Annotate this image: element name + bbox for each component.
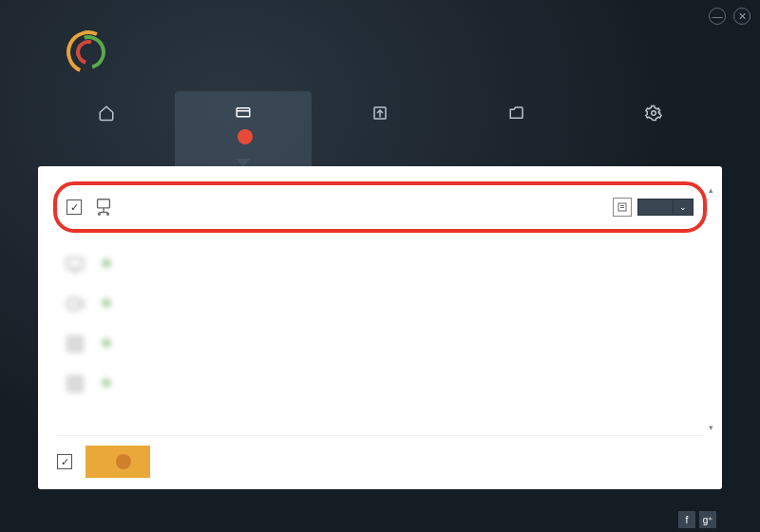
home-icon (97, 104, 116, 122)
nav-driver-updates[interactable] (175, 91, 312, 166)
select-all-checkbox[interactable]: ✓ (57, 454, 72, 469)
googleplus-button[interactable]: g⁺ (699, 511, 716, 528)
driver-row (57, 284, 703, 324)
status-dot-ok (103, 339, 110, 347)
main-nav (38, 91, 722, 166)
driver-checkbox[interactable]: ✓ (66, 200, 82, 215)
driver-row (57, 364, 703, 404)
backup-icon (370, 104, 390, 122)
download-install-button[interactable] (86, 446, 150, 478)
status-dot-ok (103, 299, 110, 307)
scroll-down-icon[interactable]: ▾ (705, 423, 716, 434)
driver-row (57, 244, 703, 284)
nav-backup[interactable] (312, 91, 448, 166)
svg-rect-18 (68, 377, 83, 391)
update-dropdown-button[interactable]: ⌄ (674, 199, 694, 216)
svg-rect-15 (68, 299, 79, 310)
driver-details-icon[interactable] (613, 198, 632, 217)
driver-list-panel: ✓ ⌄ ▴ (38, 166, 722, 489)
scroll-up-icon[interactable]: ▴ (705, 185, 716, 197)
logo-icon (66, 30, 110, 74)
updates-icon (234, 104, 253, 122)
system-device-icon (65, 333, 86, 354)
svg-point-8 (99, 213, 101, 215)
svg-rect-17 (71, 340, 78, 347)
svg-rect-19 (71, 380, 78, 387)
download-badge (116, 454, 131, 469)
driver-row-highlighted: ✓ ⌄ (53, 181, 707, 233)
scrollbar[interactable]: ▴ ▾ (705, 185, 716, 434)
driver-row (57, 324, 703, 364)
svg-point-9 (107, 213, 109, 215)
settings-icon (644, 104, 663, 122)
status-dot-ok (103, 259, 110, 267)
svg-rect-0 (237, 108, 250, 117)
svg-rect-13 (67, 258, 84, 269)
system-device-icon (65, 373, 86, 394)
display-adapter-icon (65, 254, 86, 275)
network-adapter-icon (93, 197, 114, 218)
nav-home[interactable] (38, 91, 175, 166)
updates-badge (238, 129, 253, 144)
restore-icon (507, 104, 526, 122)
audio-device-icon (65, 294, 86, 314)
svg-rect-5 (98, 200, 110, 208)
nav-restore[interactable] (448, 91, 585, 166)
app-header (0, 0, 760, 82)
svg-point-4 (652, 111, 656, 116)
status-dot-ok (103, 379, 110, 387)
svg-rect-16 (68, 337, 83, 352)
update-button[interactable] (637, 199, 674, 216)
nav-settings[interactable] (585, 91, 722, 166)
facebook-button[interactable]: f (678, 511, 695, 528)
